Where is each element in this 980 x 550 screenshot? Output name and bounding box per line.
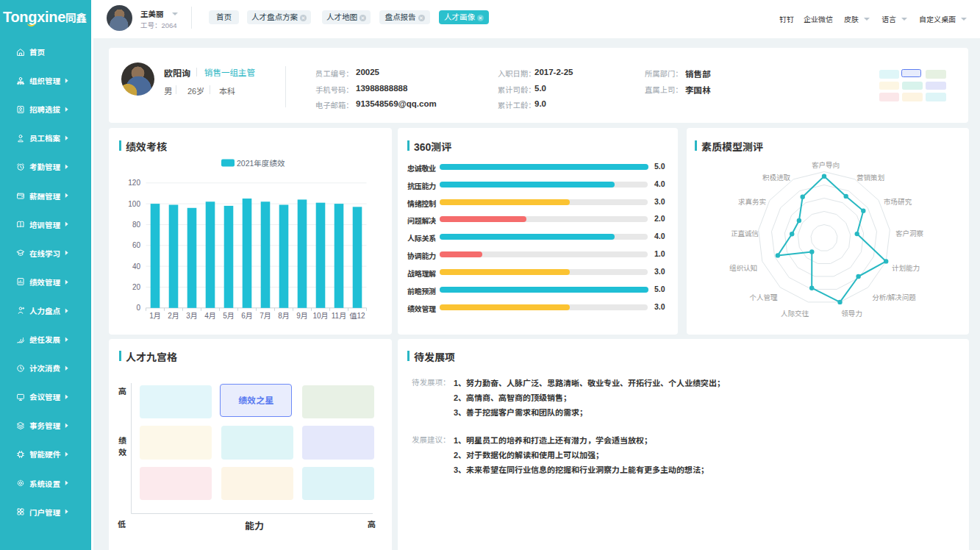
svg-text:5月: 5月: [223, 312, 235, 320]
svg-text:人际交往: 人际交往: [781, 310, 809, 318]
svg-text:值12: 值12: [349, 312, 365, 320]
svg-text:100: 100: [128, 199, 140, 207]
svg-text:6月: 6月: [241, 312, 253, 320]
svg-text:正直诚信: 正直诚信: [731, 229, 759, 238]
svg-text:市场研究: 市场研究: [884, 197, 912, 205]
svg-text:80: 80: [132, 220, 141, 228]
svg-text:3月: 3月: [186, 312, 198, 320]
svg-text:1月: 1月: [149, 312, 161, 320]
svg-text:20: 20: [132, 283, 141, 291]
svg-text:120: 120: [128, 179, 140, 187]
svg-text:个人管理: 个人管理: [749, 293, 778, 301]
svg-text:组织认知: 组织认知: [729, 264, 757, 272]
svg-text:2021年度绩效: 2021年度绩效: [237, 158, 285, 167]
svg-text:领导力: 领导力: [841, 310, 862, 318]
svg-text:客户导向: 客户导向: [812, 161, 840, 169]
svg-text:积极进取: 积极进取: [762, 174, 791, 182]
svg-text:计划能力: 计划能力: [892, 264, 920, 272]
svg-text:11月: 11月: [332, 312, 346, 320]
svg-text:7月: 7月: [260, 312, 271, 320]
svg-text:求真务实: 求真务实: [738, 197, 766, 205]
svg-text:4月: 4月: [204, 312, 216, 320]
svg-text:客户洞察: 客户洞察: [895, 229, 924, 238]
svg-text:0: 0: [136, 304, 140, 312]
svg-text:40: 40: [132, 262, 141, 270]
svg-text:2月: 2月: [168, 312, 179, 320]
svg-text:60: 60: [132, 241, 141, 249]
svg-text:9月: 9月: [296, 312, 308, 320]
svg-text:营销策划: 营销策划: [856, 174, 884, 182]
svg-text:8月: 8月: [278, 312, 290, 320]
svg-text:分析/解决问题: 分析/解决问题: [872, 293, 916, 301]
svg-text:10月: 10月: [312, 312, 328, 320]
